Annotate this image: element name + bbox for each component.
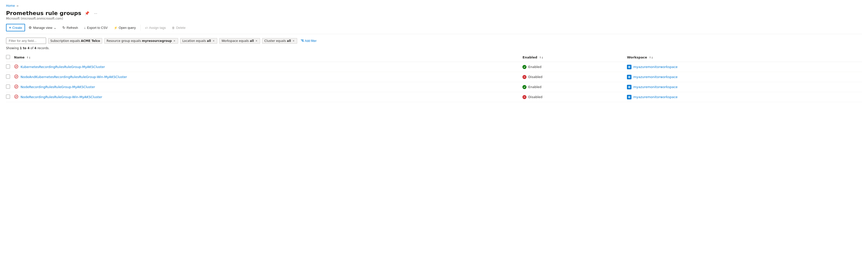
row-2-workspace-link[interactable]: myazuremonitorworkspace — [633, 75, 678, 79]
header-enabled: Enabled ↑↓ — [523, 53, 627, 62]
filter-workspace-text: Workspace equals all — [221, 39, 254, 43]
row-4-workspace-link[interactable]: myazuremonitorworkspace — [633, 95, 678, 99]
row-3-enabled-cell: Enabled — [523, 82, 627, 92]
rule-icon — [14, 84, 19, 89]
assign-tags-label: Assign tags — [149, 26, 166, 30]
delete-label: Delete — [176, 26, 186, 30]
pin-icon: 📌 — [85, 11, 89, 15]
row-1-name-cell: KubernetesRecordingRulesRuleGroup-MyAKSC… — [14, 62, 523, 72]
filter-tag-resource-group: Resource group equals myresourcegroup × — [104, 38, 178, 44]
header-workspace: Workspace ↑↓ — [627, 53, 862, 62]
select-all-checkbox[interactable] — [6, 55, 10, 59]
assign-tags-button[interactable]: Assign tags — [143, 25, 168, 31]
row-1-enabled-cell: Enabled — [523, 62, 627, 72]
header-enabled-label: Enabled — [523, 55, 537, 59]
table-row: NodeRecordingRulesRuleGroup-MyAKSCluster… — [6, 82, 862, 92]
page-title: Prometheus rule groups — [6, 10, 81, 16]
rule-icon — [14, 74, 19, 79]
header-workspace-label: Workspace — [627, 55, 647, 59]
toolbar-separator-1 — [140, 25, 141, 31]
filter-location-text: Location equals all — [182, 39, 211, 43]
row-4-checkbox[interactable] — [6, 94, 10, 99]
row-2-workspace-icon — [627, 75, 631, 79]
filter-tag-subscription: Subscription equals ACME Telco — [48, 38, 102, 44]
row-1-status-label: Enabled — [528, 65, 541, 69]
breadcrumb-home[interactable]: Home — [6, 4, 15, 7]
row-2-status-label: Disabled — [528, 75, 542, 79]
filter-resource-group-text: Resource group equals myresourcegroup — [106, 39, 172, 43]
manage-view-label: Manage view — [33, 26, 52, 30]
export-csv-button[interactable]: Export to CSV — [82, 24, 110, 31]
create-label: Create — [12, 26, 22, 30]
refresh-icon — [62, 26, 65, 30]
open-query-button[interactable]: Open query — [111, 25, 138, 31]
workspace-sort-icon[interactable]: ↑↓ — [649, 56, 653, 59]
rule-type-icon — [14, 84, 19, 89]
row-3-name-link[interactable]: NodeRecordingRulesRuleGroup-MyAKSCluster — [21, 85, 95, 89]
page-header: Prometheus rule groups 📌 ··· — [6, 10, 862, 16]
manage-view-button[interactable]: Manage view — [26, 24, 59, 31]
delete-button[interactable]: Delete — [169, 25, 188, 31]
rule-icon — [14, 94, 19, 99]
breadcrumb-separator: > — [16, 4, 19, 7]
tag-icon — [145, 26, 148, 30]
row-3-workspace-icon — [627, 85, 631, 89]
filter-location-close[interactable]: × — [212, 39, 215, 43]
table-row: NodeAndKubernetesRecordingRulesRuleGroup… — [6, 72, 862, 82]
filter-cluster-text: Cluster equals all — [265, 39, 291, 43]
row-4-workspace-icon — [627, 95, 631, 99]
record-total: 4 — [34, 47, 36, 50]
filter-tag-location: Location equals all × — [180, 38, 217, 44]
row-1-name-link[interactable]: KubernetesRecordingRulesRuleGroup-MyAKSC… — [21, 65, 105, 69]
download-icon — [84, 26, 86, 30]
row-1-status-icon — [523, 65, 526, 69]
row-2-workspace-cell: myazuremonitorworkspace — [627, 72, 862, 82]
row-3-workspace-cell: myazuremonitorworkspace — [627, 82, 862, 92]
row-2-checkbox[interactable] — [6, 75, 10, 79]
row-4-workspace-cell: myazuremonitorworkspace — [627, 92, 862, 102]
name-sort-icon[interactable]: ↑↓ — [27, 56, 31, 59]
row-1-checkbox[interactable] — [6, 64, 10, 68]
row-2-name-link[interactable]: NodeAndKubernetesRecordingRulesRuleGroup… — [21, 75, 127, 79]
row-4-status-icon — [523, 95, 526, 99]
filter-tag-cluster: Cluster equals all × — [262, 38, 297, 44]
row-1-workspace-link[interactable]: myazuremonitorworkspace — [633, 65, 678, 69]
record-count: Showing 1 to 4 of 4 records. — [6, 47, 862, 50]
rule-type-icon — [14, 74, 19, 80]
row-4-checkbox-cell — [6, 92, 14, 102]
header-checkbox-col — [6, 53, 14, 62]
table-header: Name ↑↓ Enabled ↑↓ Workspace ↑↓ — [6, 53, 862, 62]
row-1-checkbox-cell — [6, 62, 14, 72]
filter-workspace-close[interactable]: × — [255, 39, 258, 43]
filter-input[interactable] — [6, 38, 46, 44]
row-2-status-icon — [523, 75, 526, 79]
filter-cluster-close[interactable]: × — [292, 39, 295, 43]
add-filter-label: Add filter — [305, 39, 316, 43]
plus-icon — [9, 26, 11, 30]
refresh-button[interactable]: Refresh — [60, 24, 81, 31]
row-4-name-link[interactable]: NodeRecordingRulesRuleGroup-Win-MyAKSClu… — [21, 95, 102, 99]
pin-button[interactable]: 📌 — [84, 10, 90, 16]
row-3-checkbox[interactable] — [6, 85, 10, 89]
filter-row: Subscription equals ACME Telco Resource … — [6, 38, 862, 44]
table-row: NodeRecordingRulesRuleGroup-Win-MyAKSClu… — [6, 92, 862, 102]
ellipsis-icon: ··· — [94, 11, 97, 15]
row-2-name-cell: NodeAndKubernetesRecordingRulesRuleGroup… — [14, 72, 523, 82]
filter-resource-group-close[interactable]: × — [173, 39, 176, 43]
toolbar: Create Manage view Refresh Export to CSV… — [6, 24, 862, 34]
breadcrumb: Home > — [6, 4, 862, 7]
record-range: 1 to 4 — [20, 47, 30, 50]
ellipsis-button[interactable]: ··· — [93, 10, 98, 16]
enabled-sort-icon[interactable]: ↑↓ — [539, 56, 544, 59]
row-4-enabled-cell: Disabled — [523, 92, 627, 102]
row-3-workspace-link[interactable]: myazuremonitorworkspace — [633, 85, 678, 89]
create-button[interactable]: Create — [6, 24, 25, 31]
delete-icon — [172, 26, 175, 30]
row-1-workspace-icon — [627, 65, 631, 69]
data-table: Name ↑↓ Enabled ↑↓ Workspace ↑↓ Kubernet… — [6, 53, 862, 102]
row-2-enabled-cell: Disabled — [523, 72, 627, 82]
table-body: KubernetesRecordingRulesRuleGroup-MyAKSC… — [6, 62, 862, 102]
add-filter-button[interactable]: Add filter — [299, 38, 318, 44]
header-name: Name ↑↓ — [14, 53, 523, 62]
row-4-name-cell: NodeRecordingRulesRuleGroup-Win-MyAKSClu… — [14, 92, 523, 102]
